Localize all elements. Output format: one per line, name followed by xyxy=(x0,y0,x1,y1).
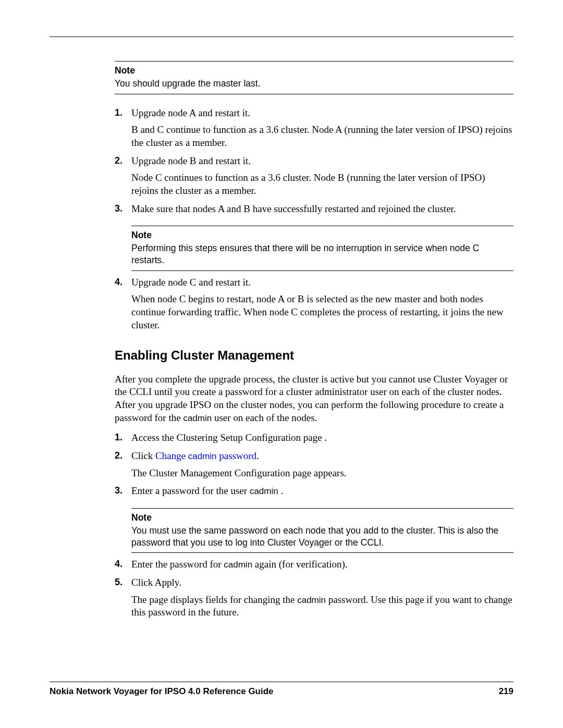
footer-page-number: 219 xyxy=(499,686,513,697)
step-3: Make sure that nodes A and B have succes… xyxy=(115,203,513,271)
code-cadmin: cadmin xyxy=(183,413,212,423)
step-5: Click Apply. The page displays fields fo… xyxy=(115,576,513,619)
step-2: Click Change cadmin password. The Cluste… xyxy=(115,450,513,479)
step-pre: Enter the password for xyxy=(131,559,224,570)
step-body: The Cluster Management Configuration pag… xyxy=(131,467,513,480)
step-body: B and C continue to function as a 3.6 cl… xyxy=(131,124,513,149)
enable-management-steps-list: Access the Clustering Setup Configuratio… xyxy=(115,431,513,619)
body-pre: The page displays fields for changing th… xyxy=(131,594,297,605)
note-label: Note xyxy=(131,512,513,524)
step-body: The page displays fields for changing th… xyxy=(131,594,513,619)
step-4: Upgrade node C and restart it. When node… xyxy=(115,276,513,332)
step-1: Upgrade node A and restart it. B and C c… xyxy=(115,107,513,150)
step-3: Enter a password for the user cadmin . N… xyxy=(115,485,513,553)
note-label: Note xyxy=(115,65,513,77)
step-lead: Upgrade node C and restart it. xyxy=(131,277,251,288)
step-lead: Access the Clustering Setup Configuratio… xyxy=(131,432,327,443)
page: Note You should upgrade the master last.… xyxy=(0,0,563,728)
intro-part2: user on each of the nodes. xyxy=(212,412,317,423)
section-heading-enabling-cluster-management: Enabling Cluster Management xyxy=(115,347,513,363)
note-text: Performing this steps ensures that there… xyxy=(131,243,479,265)
step-post: again (for verification). xyxy=(252,559,348,570)
top-rule xyxy=(50,36,513,37)
code-cadmin: cadmin xyxy=(224,560,252,570)
note-text: You must use the same password on each n… xyxy=(131,525,498,548)
link-change[interactable]: Change xyxy=(155,450,188,461)
intro-paragraph: After you complete the upgrade process, … xyxy=(115,373,513,425)
step-lead: Upgrade node B and restart it. xyxy=(131,155,251,166)
step-body: When node C begins to restart, node A or… xyxy=(131,293,513,331)
code-cadmin[interactable]: cadmin xyxy=(188,451,217,461)
step-lead: Click Apply. xyxy=(131,577,181,588)
code-cadmin: cadmin xyxy=(297,595,326,605)
code-cadmin: cadmin xyxy=(250,486,278,496)
step-post: . xyxy=(278,485,284,496)
note-no-interruption: Note Performing this steps ensures that … xyxy=(131,226,513,270)
step-body: Node C continues to function as a 3.6 cl… xyxy=(131,171,513,197)
note-same-password: Note You must use the same password on e… xyxy=(131,508,513,553)
upgrade-steps-list: Upgrade node A and restart it. B and C c… xyxy=(115,107,513,332)
note-text: You should upgrade the master last. xyxy=(115,78,261,89)
link-password[interactable]: password xyxy=(217,450,257,461)
note-upgrade-master-last: Note You should upgrade the master last. xyxy=(115,61,513,94)
step-4: Enter the password for cadmin again (for… xyxy=(115,558,513,571)
note-label: Note xyxy=(131,229,513,241)
step-post: . xyxy=(256,450,259,461)
page-footer: Nokia Network Voyager for IPSO 4.0 Refer… xyxy=(50,682,513,697)
step-pre: Click xyxy=(131,450,155,461)
content-area: Note You should upgrade the master last.… xyxy=(115,61,513,619)
step-lead: Upgrade node A and restart it. xyxy=(131,107,250,118)
footer-title: Nokia Network Voyager for IPSO 4.0 Refer… xyxy=(50,686,274,697)
step-1: Access the Clustering Setup Configuratio… xyxy=(115,431,513,445)
step-2: Upgrade node B and restart it. Node C co… xyxy=(115,155,513,198)
step-lead: Make sure that nodes A and B have succes… xyxy=(131,203,456,214)
step-pre: Enter a password for the user xyxy=(131,485,250,496)
